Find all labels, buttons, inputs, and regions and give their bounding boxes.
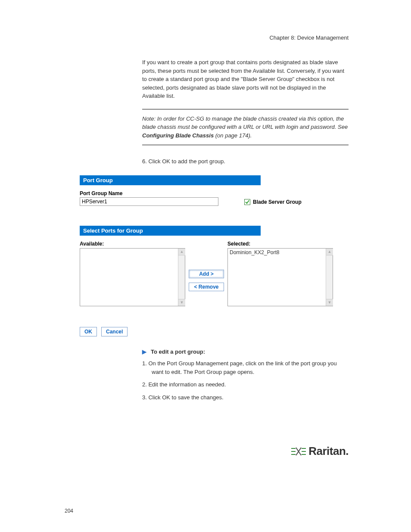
section-header-select-ports: Select Ports for Group <box>80 226 261 236</box>
intro-paragraph: If you want to create a port group that … <box>142 58 349 100</box>
section-header-port-group: Port Group <box>80 175 261 185</box>
note-separator-top <box>142 109 349 109</box>
port-group-form: Port Group Port Group Name Blade Server … <box>80 175 342 336</box>
edit-heading: ▶ To edit a port group: <box>142 348 340 355</box>
available-label: Available: <box>80 241 185 247</box>
remove-button[interactable]: < Remove <box>189 283 224 291</box>
ok-button[interactable]: OK <box>80 327 97 336</box>
footer: Raritan. <box>80 445 349 458</box>
note-body: Note: In order for CC-SG to manage the b… <box>142 115 348 131</box>
scroll-up-icon[interactable]: ▲ <box>178 249 185 255</box>
note-link: Configuring Blade Chassis <box>142 132 214 139</box>
note-separator-bottom <box>142 145 349 145</box>
edit-step-2: 2. Edit the information as needed. <box>142 380 349 389</box>
raritan-logo-text: Raritan. <box>308 445 349 458</box>
selected-listbox[interactable]: Dominion_KX2_Port8 ▲ ▼ <box>227 248 333 306</box>
raritan-logo: Raritan. <box>291 445 349 458</box>
available-listbox[interactable]: ▲ ▼ <box>80 248 185 306</box>
selected-scrollbar[interactable]: ▲ ▼ <box>326 249 333 306</box>
available-scrollbar[interactable]: ▲ ▼ <box>178 249 185 306</box>
port-group-name-input[interactable] <box>80 197 218 206</box>
chapter-heading: Chapter 8: Device Management <box>80 34 349 41</box>
edit-step-1: 1. On the Port Group Management page, cl… <box>142 359 349 376</box>
blade-server-group-label: Blade Server Group <box>253 199 302 205</box>
blade-server-group-checkbox[interactable] <box>244 199 250 205</box>
note-page-ref: (on page 174). <box>214 132 252 139</box>
note-text: Note: In order for CC-SG to manage the b… <box>142 115 349 140</box>
add-button[interactable]: Add > <box>189 270 224 278</box>
selected-label: Selected: <box>227 241 333 247</box>
scroll-down-icon[interactable]: ▼ <box>178 299 185 306</box>
cancel-button[interactable]: Cancel <box>101 327 128 336</box>
list-item[interactable]: Dominion_KX2_Port8 <box>230 249 279 255</box>
arrow-icon: ▶ <box>142 348 146 355</box>
raritan-logo-icon <box>291 446 306 457</box>
edit-step-3: 3. Click OK to save the changes. <box>142 393 349 402</box>
step-6: 6. Click OK to add the port group. <box>142 157 349 166</box>
page-number: 204 <box>65 508 73 514</box>
port-group-name-label: Port Group Name <box>80 190 218 196</box>
edit-heading-text: To edit a port group: <box>151 348 205 355</box>
scroll-down-icon[interactable]: ▼ <box>326 299 333 306</box>
scroll-up-icon[interactable]: ▲ <box>326 249 333 255</box>
